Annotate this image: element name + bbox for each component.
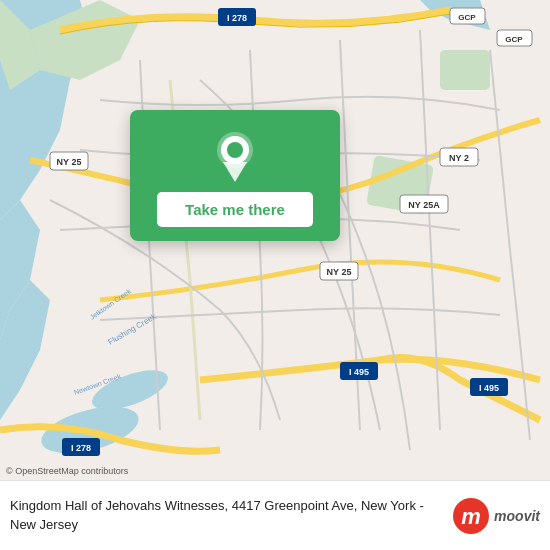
- svg-text:NY 2: NY 2: [449, 153, 469, 163]
- svg-text:GCP: GCP: [458, 13, 476, 22]
- svg-text:GCP: GCP: [505, 35, 523, 44]
- svg-point-36: [227, 142, 243, 158]
- svg-text:I 495: I 495: [479, 383, 499, 393]
- location-pin-icon: [213, 128, 257, 182]
- svg-text:NY 25A: NY 25A: [408, 200, 440, 210]
- osm-attribution: © OpenStreetMap contributors: [6, 466, 128, 476]
- svg-text:NY 25: NY 25: [327, 267, 352, 277]
- moovit-text: moovit: [494, 508, 540, 524]
- svg-text:I 278: I 278: [227, 13, 247, 23]
- location-card: Take me there: [130, 110, 340, 241]
- address-text: Kingdom Hall of Jehovahs Witnesses, 4417…: [10, 497, 443, 533]
- svg-text:NY 25: NY 25: [57, 157, 82, 167]
- moovit-logo-icon: m: [451, 496, 491, 536]
- svg-text:m: m: [461, 504, 481, 529]
- svg-text:I 495: I 495: [349, 367, 369, 377]
- map-container: NY 25A NY 25 NY 25 NY 2 I 278 I 278 I 49…: [0, 0, 550, 480]
- svg-marker-37: [223, 162, 247, 182]
- svg-rect-10: [440, 50, 490, 90]
- info-bar: Kingdom Hall of Jehovahs Witnesses, 4417…: [0, 480, 550, 550]
- svg-text:I 278: I 278: [71, 443, 91, 453]
- take-me-there-button[interactable]: Take me there: [157, 192, 313, 227]
- moovit-logo: m moovit: [451, 496, 540, 536]
